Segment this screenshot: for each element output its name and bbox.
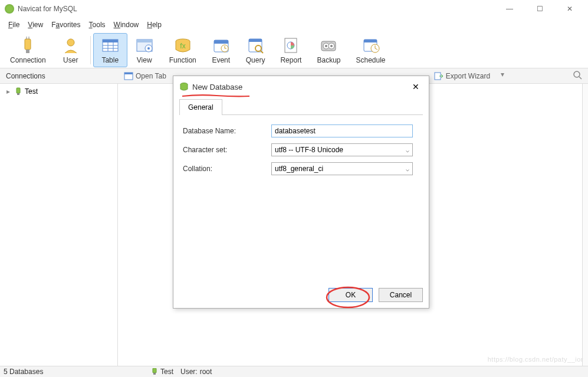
row-collation: Collation: utf8_general_ci ⌵ [183,162,419,175]
menu-favorites[interactable]: Favorites [48,19,84,30]
toolbar-schedule[interactable]: Schedule [349,33,393,67]
svg-rect-44 [17,93,19,95]
window-controls: — ☐ ✕ [500,2,583,15]
svg-text:fx: fx [180,42,185,50]
collation-value: utf8_general_ci [275,165,323,173]
toolbar-event-label: Event [212,56,230,64]
charset-label: Character set: [183,146,271,154]
tree-connection-test[interactable]: ▸ Test [2,86,115,97]
database-name-input[interactable] [271,124,413,137]
dialog-form: Database Name: Character set: utf8 -- UT… [179,115,423,191]
close-button[interactable]: ✕ [561,2,579,15]
function-icon: fx [173,36,192,55]
event-icon [212,36,231,55]
charset-select[interactable]: utf8 -- UTF-8 Unicode ⌵ [271,143,413,156]
svg-line-25 [261,51,263,53]
open-table-label: Open Tab [136,72,166,80]
dialog-body: General Database Name: Character set: ut… [173,97,429,282]
toolbar-connection[interactable]: Connection [2,33,54,67]
plug-icon [18,36,37,55]
status-user-label: User: [180,368,198,376]
svg-rect-46 [153,373,156,375]
toolbar-event[interactable]: Event [204,33,238,67]
toolbar-user[interactable]: User [54,33,88,67]
statusbar: 5 Databases Test User: root [0,366,588,377]
app-icon [5,4,14,14]
titlebar: Navicat for MySQL — ☐ ✕ [0,0,588,18]
menu-tools[interactable]: Tools [86,19,109,30]
report-icon [281,36,300,55]
export-wizard-label: Export Wizard [446,72,490,80]
toolbar-connection-label: Connection [10,56,46,64]
charset-value: utf8 -- UTF-8 Unicode [275,146,343,154]
svg-point-4 [67,39,74,46]
toolbar-report[interactable]: Report [272,33,309,67]
toolbar-user-label: User [63,56,78,64]
svg-rect-39 [124,73,133,74]
menubar: FFileile View Favorites Tools Window Hel… [0,18,588,32]
toolbar-backup[interactable]: Backup [309,33,348,67]
right-sidebar [582,84,588,366]
database-icon [179,82,189,91]
table-mini-icon [124,71,133,81]
toolbar-backup-label: Backup [317,56,340,64]
dialog-close-button[interactable]: ✕ [409,81,423,93]
open-table-action[interactable]: Open Tab [124,70,166,81]
watermark: https://blog.csdn.net/paty__ior [488,356,583,363]
menu-window[interactable]: Window [110,19,143,30]
status-connection-icon [151,368,158,375]
maximize-button[interactable]: ☐ [531,2,549,15]
row-database-name: Database Name: [183,124,419,137]
status-databases: 5 Databases [4,368,151,376]
toolbar-function-label: Function [169,56,196,64]
toolbar-table[interactable]: Table [93,33,127,67]
svg-rect-43 [17,88,20,93]
menu-file[interactable]: FFileile [5,19,23,30]
toolbar-view[interactable]: View [127,33,162,67]
toolbar-query[interactable]: Query [238,33,273,67]
minimize-button[interactable]: — [500,2,519,15]
toolbar-schedule-label: Schedule [356,56,386,64]
toolbar: Connection User Table View fx Function E… [0,32,588,68]
toolbar-report-label: Report [280,56,301,64]
svg-rect-34 [364,40,377,42]
toolbar-separator [90,36,91,64]
toolbar-table-label: Table [101,56,119,64]
export-wizard-action[interactable]: Export Wizard [434,70,490,81]
collation-select[interactable]: utf8_general_ci ⌵ [271,162,413,175]
search-icon[interactable] [567,70,588,81]
status-connection-name: Test [160,368,173,376]
menu-view[interactable]: View [24,19,47,30]
new-database-dialog: New Database ✕ General Database Name: Ch… [173,76,429,309]
chevron-down-icon: ⌵ [406,147,409,153]
backup-icon [319,36,338,55]
view-icon [135,36,154,55]
database-name-label: Database Name: [183,127,271,135]
tree-connection-label: Test [25,87,38,96]
chevron-down-icon: ⌵ [406,166,409,172]
ok-button[interactable]: OK [329,288,373,302]
svg-line-42 [579,77,582,79]
table-icon [101,36,120,55]
svg-rect-12 [137,40,152,42]
cancel-button[interactable]: Cancel [379,288,423,302]
tab-general[interactable]: General [179,99,222,115]
svg-rect-23 [249,39,262,42]
menu-help[interactable]: Help [143,19,165,30]
expand-icon[interactable]: ▸ [5,88,12,95]
connection-active-icon [14,87,22,96]
status-user-value: root [200,368,212,376]
connections-sidebar: ▸ Test [0,84,118,366]
svg-rect-18 [214,40,228,44]
export-mini-icon [434,71,444,81]
query-icon [246,36,265,55]
app-title: Navicat for MySQL [18,5,77,13]
toolbar-query-label: Query [246,56,265,64]
schedule-icon [362,36,380,55]
export-wizard-dropdown[interactable]: ▾ [501,70,504,81]
toolbar-view-label: View [137,56,152,64]
toolbar-function[interactable]: fx Function [162,33,204,67]
svg-rect-45 [153,368,156,373]
svg-point-14 [147,47,150,50]
svg-point-31 [325,45,327,47]
